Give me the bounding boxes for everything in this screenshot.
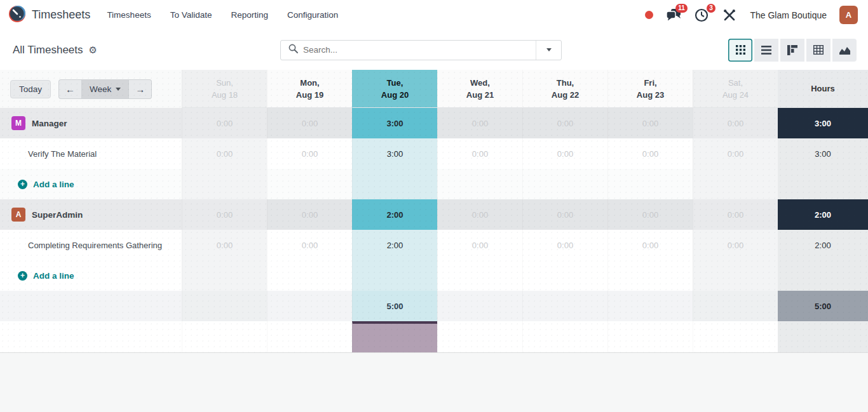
plus-circle-icon: + [18,180,27,189]
filler-cell [607,321,693,352]
view-graph-button[interactable] [832,39,857,62]
systray: 11 3 The Glam Boutique A [645,6,858,24]
group-row-manager[interactable]: M Manager [0,108,182,138]
row-total: 3:00 [778,108,868,138]
grid-cell: 0:00 [693,108,778,138]
grid-cell: 0:00 [693,199,778,230]
filler-cell [778,321,868,352]
task-row-completing-requirements-gathering[interactable]: Completing Requirements Gathering [0,230,182,260]
activities-button[interactable]: 3 [694,8,709,23]
menu-configuration[interactable]: Configuration [287,10,338,20]
add-a-line-row: + Add a line [0,169,182,199]
row-total [778,260,868,291]
page-title: All Timesheets [13,44,83,56]
company-name[interactable]: The Glam Boutique [750,10,827,20]
grid-cell-today: 3:00 [352,108,437,138]
tools-button[interactable] [722,8,737,23]
filler-cell [693,321,778,352]
grid-cell[interactable]: 0:00 [693,138,778,169]
grid-cell [522,260,607,291]
add-a-line-button[interactable]: + Add a line [0,271,74,281]
view-pivot-button[interactable] [806,39,831,62]
search-icon [288,44,298,56]
add-a-line-button[interactable]: + Add a line [0,180,74,189]
search-dropdown-toggle[interactable] [536,41,561,60]
search-bar[interactable] [280,40,562,60]
task-row-verify-the-material[interactable]: Verify The Material [0,138,182,169]
day-header-sat: Sat,Aug 24 [693,70,778,108]
column-total [607,291,693,321]
kanban-view-icon [787,45,797,55]
pivot-view-icon [813,45,824,55]
grid-cell-today[interactable]: 2:00 [352,230,437,260]
totals-row-label [0,291,182,321]
grid-cell: 0:00 [267,199,352,230]
avatar: A [11,208,25,222]
grid-cell[interactable]: 0:00 [267,230,352,260]
day-header-thu: Thu,Aug 22 [522,70,607,108]
view-list-button[interactable] [754,39,778,62]
view-grid-button[interactable] [728,39,752,62]
grid-cell[interactable]: 0:00 [607,138,693,169]
grid-cell[interactable]: 0:00 [607,230,693,260]
menu-timesheets[interactable]: Timesheets [107,10,151,20]
grid-cell-today: 2:00 [352,199,437,230]
grid-cell-today [352,169,437,199]
filler-cell [182,321,267,352]
top-navbar: Timesheets Timesheets To Validate Report… [0,0,868,30]
row-total: 2:00 [778,230,868,260]
filler-cell [267,321,352,352]
grid-cell[interactable]: 0:00 [182,138,267,169]
grid-cell: 0:00 [607,199,693,230]
menu-reporting[interactable]: Reporting [231,10,268,20]
group-row-superadmin[interactable]: A SuperAdmin [0,199,182,230]
column-total-today: 5:00 [352,291,437,321]
grid-cell [607,260,693,291]
app-brand[interactable]: Timesheets [9,6,90,25]
filler-cell [437,321,522,352]
hours-header: Hours [778,70,868,108]
prev-week-button[interactable]: ← [58,79,81,99]
column-total [437,291,522,321]
grid-cell[interactable]: 0:00 [522,138,607,169]
grid-cell[interactable]: 0:00 [522,230,607,260]
search-input[interactable] [303,45,536,55]
grid-cell [182,260,267,291]
view-switcher [728,39,857,62]
filler-cell [0,321,182,352]
menu-to-validate[interactable]: To Validate [170,10,212,20]
column-total [267,291,352,321]
range-week-dropdown[interactable]: Week [81,79,129,99]
grid-cell-today [352,260,437,291]
row-total [778,169,868,199]
group-label: Manager [32,119,67,128]
next-week-button[interactable]: → [129,79,152,99]
column-total [522,291,607,321]
grid-cell[interactable]: 0:00 [182,230,267,260]
grid-view-icon [736,45,745,55]
grid-cell[interactable]: 0:00 [437,230,522,260]
grid-cell[interactable]: 0:00 [437,138,522,169]
main-menu: Timesheets To Validate Reporting Configu… [107,10,338,20]
messages-button[interactable]: 11 [666,8,681,23]
day-header-tue-today: Tue,Aug 20 [352,70,437,108]
grid-cell [693,260,778,291]
grid-cell [522,169,607,199]
today-button[interactable]: Today [10,80,51,98]
grid-cell [693,169,778,199]
list-view-icon [761,46,771,55]
row-total: 2:00 [778,199,868,230]
gear-icon[interactable]: ⚙ [89,44,97,56]
grand-total: 5:00 [778,291,868,321]
grid-cell[interactable]: 0:00 [267,138,352,169]
grid-cell: 0:00 [182,199,267,230]
view-kanban-button[interactable] [780,39,804,62]
user-avatar[interactable]: A [839,6,858,24]
grid-cell-today[interactable]: 3:00 [352,138,437,169]
chevron-down-icon [546,48,552,51]
graph-view-icon [839,46,850,55]
grid-cell: 0:00 [607,108,693,138]
plus-circle-icon: + [18,271,27,281]
grid-cell[interactable]: 0:00 [693,230,778,260]
grid-cell [267,169,352,199]
